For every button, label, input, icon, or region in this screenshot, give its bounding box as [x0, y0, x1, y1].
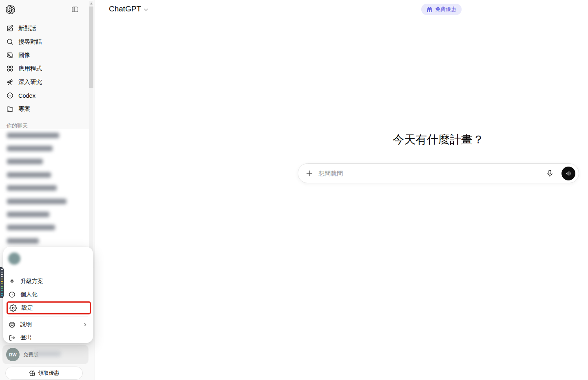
menu-item-help[interactable]: 說明 [3, 318, 93, 331]
browser-extension-strip[interactable] [0, 267, 4, 298]
codex-icon [6, 92, 14, 99]
free-offer-badge[interactable]: 免費優惠 [421, 4, 462, 15]
chat-item-blurred[interactable] [0, 234, 91, 247]
sidebar-item-new-chat[interactable]: 新對話 [2, 22, 92, 35]
microphone-icon[interactable] [546, 169, 554, 178]
menu-item-personalization[interactable]: 個人化 [3, 288, 93, 301]
chevron-right-icon [82, 322, 88, 327]
chat-item-blurred[interactable] [0, 221, 91, 234]
chatgpt-app: 新對話 搜尋對話 圖像 應用程式 深入研究 Codex [0, 0, 588, 380]
sidebar-collapse-icon [71, 5, 79, 13]
chat-item-blurred[interactable] [0, 168, 91, 181]
chat-item-blurred[interactable] [0, 182, 91, 195]
sidebar-item-apps[interactable]: 應用程式 [2, 62, 92, 75]
menu-item-upgrade-plan[interactable]: 升級方案 [3, 275, 93, 288]
menu-item-logout[interactable]: 登出 [3, 331, 93, 344]
sidebar-toggle-button[interactable] [70, 4, 80, 14]
sidebar-item-label: 深入研究 [18, 78, 42, 86]
sidebar-item-search-chats[interactable]: 搜尋對話 [2, 35, 92, 48]
image-icon [6, 51, 14, 59]
telescope-icon [6, 78, 14, 86]
menu-divider [8, 273, 88, 273]
chevron-down-icon [143, 7, 149, 13]
account-row[interactable]: RW 免費版 [2, 345, 88, 364]
new-chat-icon [6, 24, 14, 32]
scrollbar-up-arrow-icon[interactable] [90, 2, 93, 4]
search-icon [6, 38, 14, 46]
menu-item-label: 設定 [22, 304, 33, 312]
gift-icon [29, 370, 35, 376]
menu-item-label: 個人化 [20, 291, 38, 298]
chat-item-blurred[interactable] [0, 208, 91, 221]
claim-offer-button[interactable]: 領取優惠 [5, 367, 83, 380]
account-menu-popup: 升級方案 個人化 設定 說明 登出 [3, 247, 93, 343]
sidebar-item-label: 新對話 [18, 24, 36, 32]
main-content: ChatGPT 免費優惠 今天有什麼計畫？ [95, 0, 588, 380]
sparkle-icon [8, 278, 16, 286]
voice-mode-button[interactable] [561, 167, 575, 180]
menu-item-settings[interactable]: 設定 [8, 303, 90, 313]
sidebar-item-label: 圖像 [18, 51, 30, 59]
avatar [8, 253, 20, 265]
claim-offer-label: 領取優惠 [38, 369, 60, 377]
menu-divider [8, 316, 88, 316]
avatar: RW [6, 348, 20, 361]
sidebar-header [0, 0, 95, 18]
sidebar-item-label: 應用程式 [18, 65, 42, 72]
chat-item-blurred[interactable] [0, 129, 91, 142]
chat-item-blurred[interactable] [0, 142, 91, 155]
openai-logo-icon [6, 5, 15, 14]
sidebar-item-label: 搜尋對話 [18, 38, 42, 46]
sidebar-item-label: Codex [18, 92, 35, 99]
settings-highlight-box: 設定 [7, 301, 91, 314]
model-title: ChatGPT [109, 4, 141, 13]
menu-item-label: 說明 [20, 321, 32, 328]
menu-item-label: 升級方案 [20, 278, 43, 285]
logout-icon [8, 334, 16, 342]
sidebar-item-label: 專案 [18, 105, 30, 113]
gear-icon [9, 304, 17, 312]
sidebar-nav: 新對話 搜尋對話 圖像 應用程式 深入研究 Codex [0, 18, 95, 116]
folder-plus-icon [6, 105, 14, 113]
model-switcher[interactable]: ChatGPT [109, 4, 149, 13]
composer-bar [298, 163, 579, 183]
message-input[interactable] [318, 170, 541, 177]
apps-grid-icon [6, 65, 14, 72]
account-plan-label: 免費版 [23, 352, 39, 358]
account-menu-user-blurred [3, 251, 93, 271]
gift-icon [427, 7, 433, 13]
chat-item-blurred[interactable] [0, 195, 91, 208]
chat-item-blurred[interactable] [0, 155, 91, 168]
scrollbar-thumb[interactable] [89, 7, 93, 88]
free-offer-label: 免費優惠 [435, 6, 456, 13]
greeting-heading: 今天有什麼計畫？ [298, 132, 579, 147]
lifebuoy-icon [8, 321, 16, 329]
sidebar-item-images[interactable]: 圖像 [2, 48, 92, 62]
personalization-icon [8, 291, 16, 299]
sidebar-item-deep-research[interactable]: 深入研究 [2, 75, 92, 89]
voice-wave-icon [565, 170, 572, 177]
sidebar-item-codex[interactable]: Codex [2, 89, 92, 102]
sidebar-scrollbar[interactable] [89, 1, 93, 268]
menu-item-label: 登出 [20, 334, 32, 341]
main-header: ChatGPT 免費優惠 [95, 0, 588, 20]
attach-plus-icon[interactable] [305, 169, 314, 178]
sidebar-item-projects[interactable]: 專案 [2, 102, 92, 116]
